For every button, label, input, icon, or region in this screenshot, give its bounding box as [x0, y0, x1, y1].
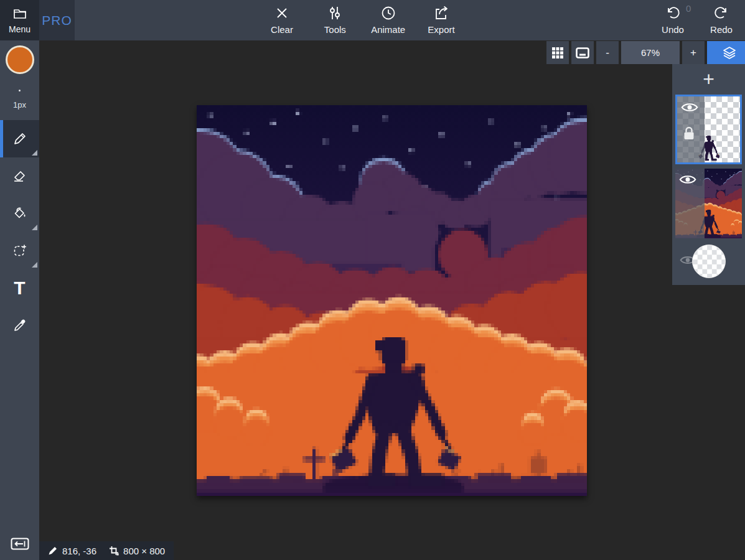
text-tool-icon: T: [14, 279, 25, 297]
color-swatch-cell: [0, 40, 39, 79]
background-layer-thumbnail[interactable]: [692, 245, 726, 278]
clear-label: Clear: [271, 24, 293, 35]
brush-size-cell[interactable]: 1px: [0, 79, 39, 120]
layer-2-thumbnail[interactable]: [675, 169, 742, 238]
cursor-position-group: 816, -36: [48, 546, 96, 556]
status-bar: 816, -36 800 × 800: [39, 541, 174, 560]
redo-label: Redo: [710, 24, 733, 35]
zoom-level[interactable]: 67%: [621, 41, 680, 64]
animate-button[interactable]: Animate: [368, 0, 409, 40]
undo-count-badge: 0: [686, 3, 691, 14]
menu-label: Menu: [9, 24, 30, 34]
tool-options-marker: [32, 150, 37, 156]
zoom-out-button[interactable]: -: [596, 41, 619, 64]
export-button[interactable]: Export: [421, 0, 462, 40]
redo-icon: [714, 6, 729, 21]
drawing-canvas[interactable]: [197, 105, 587, 496]
share-export-icon: [434, 6, 449, 21]
eyedropper-icon: [12, 318, 27, 333]
background-preview: [693, 245, 725, 278]
menu-button[interactable]: Menu: [0, 0, 39, 40]
collapse-icon: [11, 538, 29, 550]
selection-icon: [12, 243, 27, 258]
visibility-eye-icon[interactable]: [681, 101, 698, 113]
pro-badge: PRO: [39, 0, 75, 40]
grid-icon: [551, 47, 564, 59]
canvas-size-group: 800 × 800: [109, 546, 165, 556]
tool-text[interactable]: T: [0, 269, 39, 307]
add-layer-button[interactable]: +: [672, 64, 745, 95]
grid-toggle-button[interactable]: [546, 41, 569, 64]
view-controls: - 67% +: [546, 41, 745, 64]
tool-sidebar: 1px: [0, 40, 39, 560]
tool-fill[interactable]: [0, 195, 39, 232]
canvas-size: 800 × 800: [123, 546, 165, 556]
toolbar-actions: Clear Tools Animate: [261, 0, 462, 40]
brush-size-dot: [19, 90, 21, 91]
lock-icon[interactable]: [683, 126, 695, 141]
tool-options-marker: [32, 225, 37, 230]
tools-sliders-icon: [327, 6, 342, 21]
export-label: Export: [428, 24, 454, 35]
cursor-position: 816, -36: [62, 546, 96, 556]
redo-button[interactable]: Redo: [701, 0, 742, 40]
preview-frame-button[interactable]: [571, 41, 594, 64]
pencil-icon: [12, 131, 27, 146]
layer-1-thumbnail[interactable]: [675, 95, 742, 164]
clock-icon: [381, 6, 396, 21]
tool-select[interactable]: [0, 232, 39, 269]
tool-eyedropper[interactable]: [0, 307, 39, 344]
tools-button[interactable]: Tools: [314, 0, 355, 40]
top-toolbar: Menu PRO Clear Tools: [0, 0, 745, 40]
tools-label: Tools: [324, 24, 346, 35]
crop-status-icon: [109, 546, 119, 556]
background-layer-row[interactable]: [672, 238, 745, 285]
layers-panel: +: [672, 64, 745, 285]
clear-x-icon: [274, 6, 289, 21]
folder-icon: [12, 6, 27, 21]
tool-options-marker: [32, 262, 37, 268]
layers-toggle-button[interactable]: [707, 41, 745, 64]
layer-gap: [672, 164, 745, 169]
brush-size-label: 1px: [13, 100, 26, 110]
eraser-icon: [12, 169, 27, 184]
pencil-status-icon: [48, 546, 58, 556]
tool-eraser[interactable]: [0, 157, 39, 195]
collapse-sidebar-button[interactable]: [0, 528, 39, 560]
layers-icon: [722, 45, 737, 60]
app-window: Menu PRO Clear Tools: [0, 0, 745, 560]
zoom-in-button[interactable]: +: [682, 41, 705, 64]
fill-bucket-icon: [12, 206, 27, 221]
sidebar-spacer: [0, 344, 39, 528]
undo-label: Undo: [662, 24, 684, 35]
clear-button[interactable]: Clear: [261, 0, 302, 40]
visibility-eye-icon[interactable]: [679, 174, 696, 185]
tool-pencil[interactable]: [0, 120, 39, 157]
frame-icon: [576, 47, 589, 58]
color-swatch[interactable]: [6, 45, 34, 74]
undo-icon: [665, 6, 680, 21]
animate-label: Animate: [371, 24, 405, 35]
